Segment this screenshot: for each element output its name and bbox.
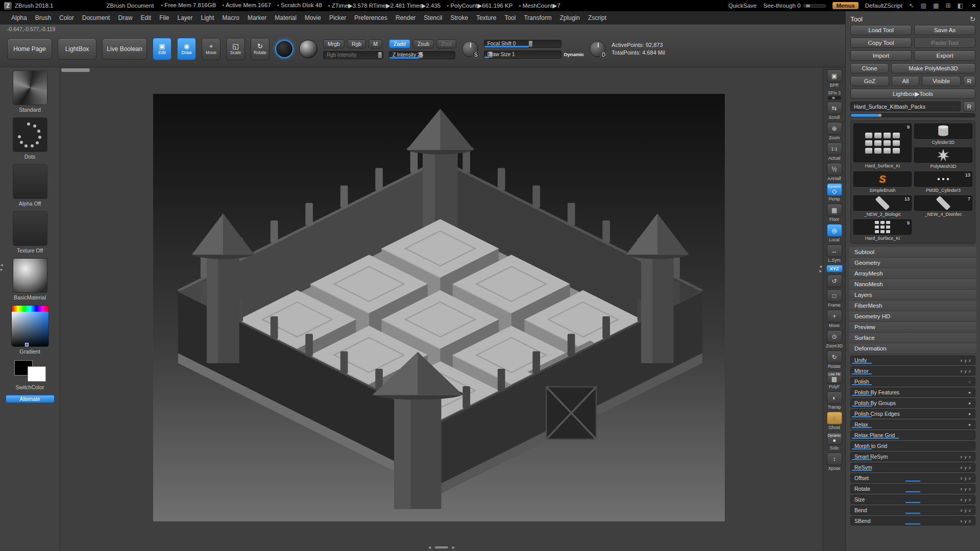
- axis-toggles[interactable]: x y z: [961, 358, 971, 363]
- paste-tool-button[interactable]: Paste Tool: [914, 38, 975, 48]
- load-tool-button[interactable]: Load Tool: [850, 25, 912, 35]
- menu-item[interactable]: Alpha: [7, 14, 31, 21]
- deform-resym[interactable]: ReSym x y z: [850, 463, 975, 472]
- deform-relax[interactable]: Relax ●: [850, 420, 975, 429]
- axis-toggles[interactable]: x y z: [961, 455, 971, 459]
- current-material-icon[interactable]: [299, 40, 317, 58]
- right-divider-handle[interactable]: ◂ ▸: [819, 264, 822, 273]
- menu-item[interactable]: Zplugin: [556, 14, 584, 21]
- menu-item[interactable]: Document: [78, 14, 114, 21]
- actual-button[interactable]: 1:1 Actual: [827, 142, 842, 161]
- copy-tool-button[interactable]: Copy Tool: [850, 38, 912, 48]
- alternate-button[interactable]: Alternate: [6, 395, 55, 403]
- spix-slider[interactable]: [828, 96, 841, 99]
- deform-offset[interactable]: Offset x y z: [850, 473, 975, 483]
- menu-item[interactable]: Stroke: [446, 14, 472, 21]
- divider-left-icon[interactable]: ◂: [819, 264, 822, 268]
- dynamic-badge[interactable]: Dynamic: [564, 52, 584, 57]
- divider-right-icon[interactable]: ▸: [1, 267, 3, 271]
- move-mode-button[interactable]: + Move: [202, 38, 220, 60]
- menu-item[interactable]: Movie: [301, 14, 325, 21]
- zadd-button[interactable]: Zadd: [389, 39, 410, 48]
- color-swatches[interactable]: [13, 359, 47, 383]
- scroll-right-icon[interactable]: ►: [451, 545, 456, 550]
- deform-polish-crisp-edges[interactable]: Polish Crisp Edges ●: [850, 409, 975, 418]
- rotate-mode-button[interactable]: ↻ Rotate: [251, 38, 270, 60]
- scroll-thumb[interactable]: [435, 546, 448, 548]
- color-picker[interactable]: [11, 305, 49, 347]
- zsub-button[interactable]: Zsub: [413, 39, 434, 48]
- aahalf-button[interactable]: ½ AAHalf: [827, 163, 842, 181]
- divider-left-icon[interactable]: ◂: [1, 263, 3, 267]
- panels-icon[interactable]: ▦: [933, 3, 939, 9]
- export-button[interactable]: Export: [914, 51, 975, 61]
- scale-mode-button[interactable]: ◱ Scale: [226, 38, 245, 60]
- zoom3d-button[interactable]: ⊙ Zoom3D: [826, 330, 843, 348]
- edit-mode-button[interactable]: ▣ Edit: [153, 38, 172, 60]
- switch-color-item[interactable]: SwitchColor: [13, 359, 47, 390]
- menu-item[interactable]: Texture: [472, 14, 500, 21]
- menu-item[interactable]: File: [155, 14, 173, 21]
- menu-item[interactable]: Light: [197, 14, 218, 21]
- close-button[interactable]: ×: [972, 2, 976, 10]
- mode-toggle[interactable]: ●: [968, 401, 971, 406]
- menu-item[interactable]: Picker: [325, 14, 350, 21]
- divider-right-icon[interactable]: ▸: [819, 269, 822, 273]
- tool-section-header[interactable]: NanoMesh: [849, 279, 976, 290]
- tool-section-header[interactable]: Surface: [849, 333, 976, 343]
- frame-button[interactable]: □ Frame: [827, 289, 842, 308]
- current-tool-name[interactable]: Hard_Surface_Kitbash_Packs: [850, 102, 961, 111]
- default-zscript-button[interactable]: DefaultZScript: [865, 3, 902, 9]
- bpr-button[interactable]: ▣ BPR: [827, 69, 842, 88]
- zoom-button[interactable]: ⊕ Zoom: [827, 122, 842, 140]
- tool-section-header[interactable]: Geometry: [849, 258, 976, 268]
- lightbox-button[interactable]: LightBox: [58, 38, 96, 60]
- mode-toggle[interactable]: ●: [968, 412, 971, 416]
- deform-unify[interactable]: Unify x y z: [850, 356, 975, 365]
- tool-thumb-pm3d-cylinder[interactable]: 13 PM3D_Cylinder3: [914, 171, 972, 193]
- goz-visible-button[interactable]: Visible: [922, 76, 961, 86]
- current-stroke-item[interactable]: Dots: [13, 117, 47, 160]
- menu-item[interactable]: Tool: [500, 14, 520, 21]
- lightbox-tools-button[interactable]: Lightbox▶Tools: [850, 89, 975, 99]
- xyz-button[interactable]: XYZ: [826, 265, 843, 272]
- deform-relax-plane-grid[interactable]: Relax Plane Grid: [850, 431, 975, 440]
- axis-toggles[interactable]: x y z: [961, 487, 971, 491]
- current-material-item[interactable]: BasicMaterial: [13, 258, 47, 300]
- goz-r-button[interactable]: R: [963, 76, 975, 86]
- secondary-color-swatch[interactable]: [28, 366, 46, 382]
- menu-item[interactable]: Marker: [243, 14, 271, 21]
- draw-mode-button[interactable]: ◉ Draw: [177, 38, 196, 60]
- tool-section-header[interactable]: Geometry HD: [849, 311, 976, 322]
- menu-item[interactable]: Edit: [136, 14, 155, 21]
- current-brush-icon[interactable]: [275, 40, 293, 58]
- move-3d-button[interactable]: + Move: [827, 310, 842, 328]
- tool-section-header[interactable]: ArrayMesh: [849, 268, 976, 279]
- tool-thumb-biologic[interactable]: 13 _NEW_2_Biologic: [853, 195, 912, 217]
- menus-toggle[interactable]: Menus: [832, 2, 858, 9]
- saturation-square[interactable]: [12, 312, 48, 347]
- deform-mirror[interactable]: Mirror x y z: [850, 366, 975, 375]
- focal-shift-slider[interactable]: Focal Shift 0: [484, 40, 561, 48]
- axis-toggles[interactable]: x y z: [961, 519, 971, 523]
- current-tool-r-button[interactable]: R: [963, 102, 975, 112]
- tool-thumb-hard-surface-2[interactable]: 9 Hard_Surface_Ki: [853, 219, 912, 241]
- menu-item[interactable]: Material: [271, 14, 301, 21]
- floor-button[interactable]: ▦ Floor: [827, 204, 842, 222]
- quicksave-button[interactable]: QuickSave: [728, 3, 757, 9]
- depth-dial[interactable]: D: [590, 41, 606, 57]
- transp-button[interactable]: ◐ Transp: [827, 391, 842, 410]
- canvas-area[interactable]: ◄ ► ◂ ▸: [60, 67, 823, 551]
- current-brush-item[interactable]: Standard: [13, 70, 47, 113]
- hue-strip[interactable]: [12, 306, 48, 312]
- alternate-item[interactable]: Alternate: [6, 395, 55, 403]
- mode-toggle[interactable]: ○: [968, 380, 971, 384]
- menu-item[interactable]: Render: [391, 14, 420, 21]
- ghost-button[interactable]: ◌ Ghost: [827, 412, 842, 430]
- lsym-button[interactable]: ↔ L.Sym: [827, 244, 842, 263]
- tool-thumb-disinfect[interactable]: 7 _NEW_4_Disinfec: [914, 195, 972, 217]
- pivot-button[interactable]: ↺: [827, 274, 842, 287]
- zbrush-document[interactable]: [153, 94, 725, 521]
- deform-size[interactable]: Size x y z: [850, 495, 975, 504]
- tool-thumb-cylinder3d[interactable]: Cylinder3D: [914, 123, 972, 145]
